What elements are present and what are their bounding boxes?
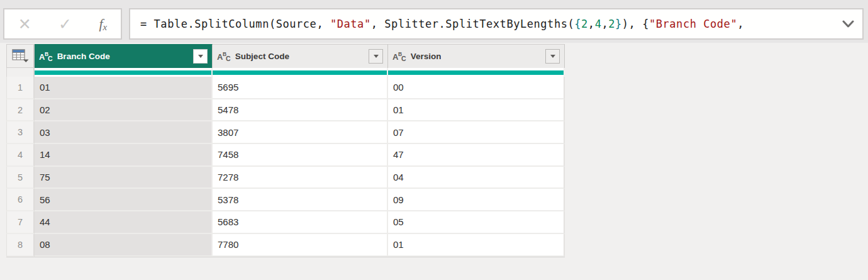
filter-dropdown-button[interactable] bbox=[369, 49, 383, 64]
row-number[interactable]: 8 bbox=[6, 234, 35, 257]
table-body: 1015695002025478013033807074147458475757… bbox=[6, 77, 565, 257]
quality-cell bbox=[388, 68, 565, 77]
dropdown-arrow-icon bbox=[374, 55, 379, 58]
cell-subject-code[interactable]: 3807 bbox=[213, 121, 388, 144]
table-icon bbox=[12, 49, 29, 63]
formula-token: { bbox=[574, 18, 581, 30]
row-number[interactable]: 4 bbox=[6, 144, 35, 167]
filter-dropdown-button[interactable] bbox=[193, 49, 208, 64]
table-row: 414745847 bbox=[6, 144, 565, 167]
formula-token: , Splitter.SplitTextByLengths( bbox=[371, 18, 575, 30]
table-row: 303380707 bbox=[6, 121, 565, 144]
cell-branch-code[interactable]: 03 bbox=[35, 121, 213, 144]
cell-subject-code[interactable]: 7278 bbox=[213, 167, 388, 189]
table-row: 656537809 bbox=[6, 189, 565, 211]
fx-x: x bbox=[103, 22, 108, 32]
table-row: 575727804 bbox=[6, 167, 565, 189]
cell-version[interactable]: 00 bbox=[388, 77, 565, 99]
column-name: Subject Code bbox=[235, 52, 289, 61]
quality-bar bbox=[388, 70, 564, 75]
quality-bar bbox=[35, 70, 211, 75]
check-icon[interactable]: ✓ bbox=[58, 16, 72, 32]
cell-branch-code[interactable]: 14 bbox=[35, 144, 213, 167]
quality-cell bbox=[35, 68, 213, 77]
column-name: Version bbox=[411, 52, 442, 61]
column-header-subject-code[interactable]: ABC Subject Code bbox=[213, 44, 388, 68]
text-type-icon: ABC bbox=[39, 51, 53, 62]
column-quality-row bbox=[6, 68, 565, 77]
select-all-table-button[interactable] bbox=[6, 44, 35, 68]
cell-branch-code[interactable]: 08 bbox=[35, 234, 213, 257]
formula-token: = Table.SplitColumn(Source, bbox=[140, 18, 330, 30]
cell-version[interactable]: 07 bbox=[388, 121, 565, 144]
formula-text[interactable]: = Table.SplitColumn(Source, "Data", Spli… bbox=[130, 18, 842, 30]
formula-token: 2 bbox=[581, 18, 588, 30]
cell-subject-code[interactable]: 7780 bbox=[213, 234, 388, 257]
cell-branch-code[interactable]: 75 bbox=[35, 167, 213, 189]
cancel-icon[interactable]: ✕ bbox=[18, 16, 31, 32]
formula-token: "Data" bbox=[330, 18, 371, 30]
formula-token: , bbox=[588, 18, 595, 30]
text-type-icon: ABC bbox=[217, 51, 231, 62]
quality-corner bbox=[6, 68, 35, 77]
cell-branch-code[interactable]: 56 bbox=[35, 189, 213, 211]
formula-button-group: ✕ ✓ fx bbox=[3, 8, 122, 40]
dropdown-arrow-icon bbox=[550, 55, 555, 58]
header-row: ABC Branch Code ABC Subject Code ABC Ver… bbox=[6, 44, 565, 68]
formula-input[interactable]: = Table.SplitColumn(Source, "Data", Spli… bbox=[129, 8, 864, 40]
row-number[interactable]: 7 bbox=[6, 211, 35, 234]
cell-version[interactable]: 47 bbox=[388, 144, 565, 167]
formula-token: , bbox=[737, 18, 744, 30]
quality-cell bbox=[213, 68, 388, 77]
formula-token: ), { bbox=[622, 18, 649, 30]
cell-version[interactable]: 09 bbox=[388, 189, 565, 211]
table-row: 101569500 bbox=[6, 77, 565, 99]
formula-token: 2 bbox=[608, 18, 615, 30]
cell-subject-code[interactable]: 5683 bbox=[213, 211, 388, 234]
cell-version[interactable]: 01 bbox=[388, 99, 565, 122]
column-header-version[interactable]: ABC Version bbox=[388, 44, 565, 68]
expand-formula-chevron-icon[interactable] bbox=[842, 20, 854, 28]
formula-token: 4 bbox=[595, 18, 602, 30]
column-header-branch-code[interactable]: ABC Branch Code bbox=[35, 44, 213, 68]
quality-bar bbox=[213, 70, 387, 75]
table-row: 202547801 bbox=[6, 99, 565, 122]
cell-branch-code[interactable]: 02 bbox=[35, 99, 213, 122]
filter-dropdown-button[interactable] bbox=[545, 49, 560, 64]
formula-token: } bbox=[615, 18, 622, 30]
row-number[interactable]: 2 bbox=[6, 99, 35, 122]
cell-version[interactable]: 05 bbox=[388, 211, 565, 234]
row-number[interactable]: 6 bbox=[6, 189, 35, 211]
fx-icon[interactable]: fx bbox=[99, 16, 107, 33]
cell-subject-code[interactable]: 5378 bbox=[213, 189, 388, 211]
column-name: Branch Code bbox=[57, 52, 110, 61]
cell-branch-code[interactable]: 44 bbox=[35, 211, 213, 234]
cell-subject-code[interactable]: 5478 bbox=[213, 99, 388, 122]
row-number[interactable]: 1 bbox=[6, 77, 35, 99]
cell-subject-code[interactable]: 7458 bbox=[213, 144, 388, 167]
cell-version[interactable]: 01 bbox=[388, 234, 565, 257]
data-preview-grid: ABC Branch Code ABC Subject Code ABC Ver… bbox=[6, 44, 565, 257]
text-type-icon: ABC bbox=[392, 51, 406, 62]
formula-bar: ✕ ✓ fx = Table.SplitColumn(Source, "Data… bbox=[0, 0, 868, 43]
formula-token: , bbox=[601, 18, 608, 30]
cell-subject-code[interactable]: 5695 bbox=[213, 77, 388, 99]
cell-version[interactable]: 04 bbox=[388, 167, 565, 189]
cell-branch-code[interactable]: 01 bbox=[35, 77, 213, 99]
table-row: 808778001 bbox=[6, 234, 565, 257]
formula-token: "Branch Code" bbox=[649, 18, 737, 30]
table-row: 744568305 bbox=[6, 211, 565, 234]
row-number[interactable]: 3 bbox=[6, 121, 35, 144]
row-number[interactable]: 5 bbox=[6, 167, 35, 189]
dropdown-arrow-icon bbox=[198, 55, 203, 58]
